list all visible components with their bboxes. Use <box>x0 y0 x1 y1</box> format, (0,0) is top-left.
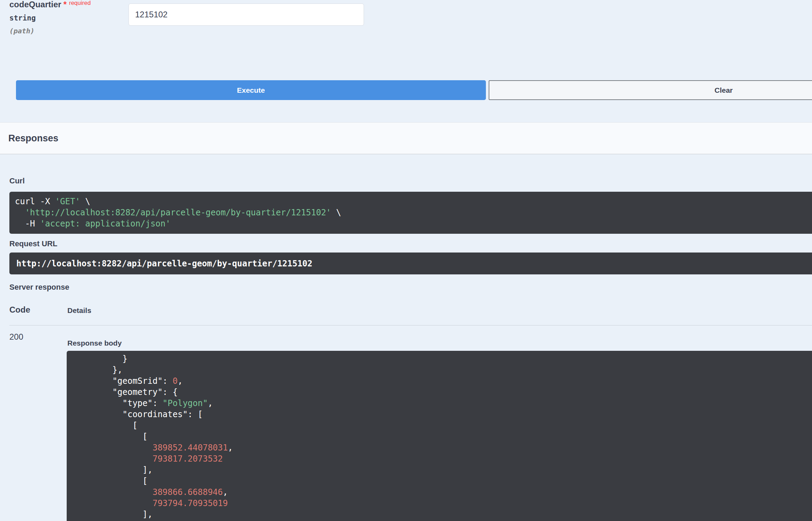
curl-code-block: curl -X 'GET' \ 'http://localhost:8282/a… <box>9 192 812 234</box>
request-url-label: Request URL <box>9 239 57 248</box>
response-details-header: Details <box>67 306 91 315</box>
required-label: required <box>69 0 91 6</box>
required-star: * <box>63 0 66 9</box>
execute-button[interactable]: Execute <box>16 80 486 100</box>
response-body-code[interactable]: } }, "geomSrid": 0, "geometry": { "type"… <box>67 351 812 521</box>
clear-button[interactable]: Clear <box>489 80 812 100</box>
parameter-name-row: codeQuartier*required <box>9 0 91 11</box>
parameter-location: (path) <box>9 27 34 35</box>
table-header-divider <box>9 325 812 325</box>
request-url-value: http://localhost:8282/api/parcelle-geom/… <box>16 258 313 269</box>
parameter-type: string <box>9 14 36 22</box>
server-response-label: Server response <box>9 283 69 292</box>
request-url-block: http://localhost:8282/api/parcelle-geom/… <box>9 253 812 274</box>
responses-title: Responses <box>8 133 58 144</box>
responses-section-header: Responses <box>0 122 812 154</box>
response-code-header: Code <box>9 305 30 315</box>
code-quartier-input[interactable] <box>129 3 364 26</box>
parameter-name: codeQuartier <box>9 0 61 9</box>
execute-button-label: Execute <box>237 86 265 94</box>
swagger-operation-panel: codeQuartier*required string (path) Exec… <box>0 0 812 521</box>
clear-button-label: Clear <box>714 86 733 94</box>
response-status-code: 200 <box>9 332 23 342</box>
curl-label: Curl <box>9 176 25 185</box>
response-body-label: Response body <box>67 339 122 347</box>
